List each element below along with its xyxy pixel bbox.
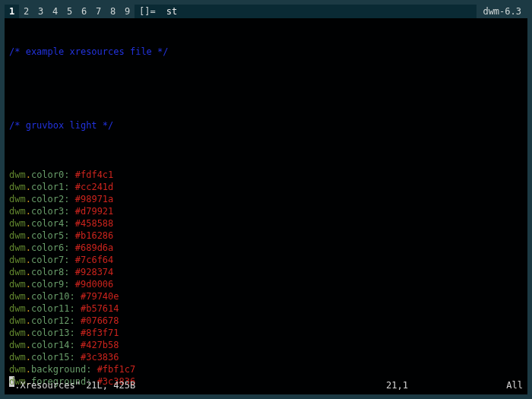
blank-line <box>9 83 523 95</box>
terminal[interactable]: /* example xresources file */ /* gruvbox… <box>5 18 527 394</box>
key-prefix: dwm <box>9 181 26 193</box>
status-scroll: All <box>477 379 523 391</box>
property-value: #427b58 <box>81 339 119 351</box>
dot-separator: . <box>26 302 31 315</box>
tag-6[interactable]: 6 <box>77 5 91 18</box>
key-prefix: dwm <box>9 302 26 315</box>
window-title[interactable]: st <box>160 5 477 18</box>
resource-line: dwm.color2: #98971a <box>9 193 523 205</box>
resource-line: dwm.color4: #458588 <box>9 217 523 230</box>
tag-8[interactable]: 8 <box>106 5 120 18</box>
resource-line: dwm.color11: #b57614 <box>9 302 523 315</box>
property-value: #3c3836 <box>81 351 119 363</box>
resource-line: dwm.color15: #3c3836 <box>9 351 523 363</box>
property-name: color5: <box>31 230 70 242</box>
resource-line: dwm.background: #fbf1c7 <box>9 363 523 375</box>
key-prefix: dwm <box>9 169 26 181</box>
key-prefix: dwm <box>9 230 26 242</box>
property-name: color1: <box>31 181 70 193</box>
dot-separator: . <box>26 266 31 278</box>
property-name: color3: <box>31 205 70 217</box>
key-prefix: dwm <box>9 290 26 302</box>
dot-separator: . <box>26 327 31 339</box>
property-value: #d79921 <box>75 205 114 217</box>
status-cursor: 21,1 <box>386 379 477 391</box>
property-value: #689d6a <box>75 242 114 254</box>
dot-separator: . <box>26 230 31 242</box>
dwm-bar: 123456789 []= st dwm-6.3 <box>5 5 527 18</box>
dot-separator: . <box>26 169 31 181</box>
property-name: color15: <box>31 351 75 363</box>
key-prefix: dwm <box>9 278 26 290</box>
dot-separator: . <box>26 217 31 230</box>
dot-separator: . <box>26 193 31 205</box>
key-prefix: dwm <box>9 339 26 351</box>
property-value: #cc241d <box>75 181 114 193</box>
property-name: color12: <box>31 315 75 327</box>
key-prefix: dwm <box>9 327 26 339</box>
key-prefix: dwm <box>9 242 26 254</box>
resource-line: dwm.color0: #fdf4c1 <box>9 169 523 181</box>
property-name: color8: <box>31 266 70 278</box>
key-prefix: dwm <box>9 193 26 205</box>
dot-separator: . <box>26 339 31 351</box>
dot-separator: . <box>26 254 31 266</box>
resource-line: dwm.color1: #cc241d <box>9 181 523 193</box>
comment-line: /* gruvbox light */ <box>9 119 523 131</box>
property-name: color6: <box>31 242 70 254</box>
property-name: background: <box>31 363 91 375</box>
resource-line: dwm.color12: #076678 <box>9 315 523 327</box>
property-name: color13: <box>31 327 75 339</box>
property-name: color10: <box>31 290 75 302</box>
dot-separator: . <box>26 290 31 302</box>
comment-line: /* example xresources file */ <box>9 46 523 58</box>
dot-separator: . <box>26 205 31 217</box>
tag-2[interactable]: 2 <box>19 5 33 18</box>
key-prefix: dwm <box>9 363 26 375</box>
vim-statusline: ".Xresources" 21L, 425B 21,1 All <box>5 379 527 391</box>
key-prefix: dwm <box>9 254 26 266</box>
tag-4[interactable]: 4 <box>48 5 62 18</box>
property-name: color2: <box>31 193 70 205</box>
property-value: #b16286 <box>75 230 114 242</box>
property-name: color9: <box>31 278 70 290</box>
dot-separator: . <box>26 315 31 327</box>
key-prefix: dwm <box>9 205 26 217</box>
key-prefix: dwm <box>9 266 26 278</box>
tag-5[interactable]: 5 <box>62 5 77 18</box>
resource-line: dwm.color9: #9d0006 <box>9 278 523 290</box>
key-prefix: dwm <box>9 315 26 327</box>
property-value: #fbf1c7 <box>97 363 136 375</box>
property-value: #8f3f71 <box>81 327 119 339</box>
property-value: #076678 <box>81 315 119 327</box>
property-name: color7: <box>31 254 70 266</box>
property-name: color14: <box>31 339 75 351</box>
resource-line: dwm.color10: #79740e <box>9 290 523 302</box>
property-value: #79740e <box>81 290 119 302</box>
tag-9[interactable]: 9 <box>120 5 135 18</box>
key-prefix: dwm <box>9 217 26 230</box>
property-value: #7c6f64 <box>75 254 114 266</box>
property-name: color11: <box>31 302 75 315</box>
resource-line: dwm.color7: #7c6f64 <box>9 254 523 266</box>
resource-line: dwm.color6: #689d6a <box>9 242 523 254</box>
dot-separator: . <box>26 363 31 375</box>
property-value: #9d0006 <box>75 278 114 290</box>
dwm-window: 123456789 []= st dwm-6.3 /* example xres… <box>0 0 532 399</box>
dot-separator: . <box>26 278 31 290</box>
status-text: dwm-6.3 <box>477 5 527 18</box>
property-value: #b57614 <box>81 302 119 315</box>
dot-separator: . <box>26 242 31 254</box>
tag-3[interactable]: 3 <box>33 5 48 18</box>
tag-1[interactable]: 1 <box>5 5 19 18</box>
property-value: #fdf4c1 <box>75 169 114 181</box>
layout-symbol[interactable]: []= <box>135 5 160 18</box>
property-value: #98971a <box>75 193 114 205</box>
property-name: color0: <box>31 169 70 181</box>
dot-separator: . <box>26 351 31 363</box>
tag-7[interactable]: 7 <box>91 5 106 18</box>
dot-separator: . <box>26 181 31 193</box>
key-prefix: dwm <box>9 351 26 363</box>
resource-line: dwm.color14: #427b58 <box>9 339 523 351</box>
tag-list: 123456789 <box>5 5 135 18</box>
